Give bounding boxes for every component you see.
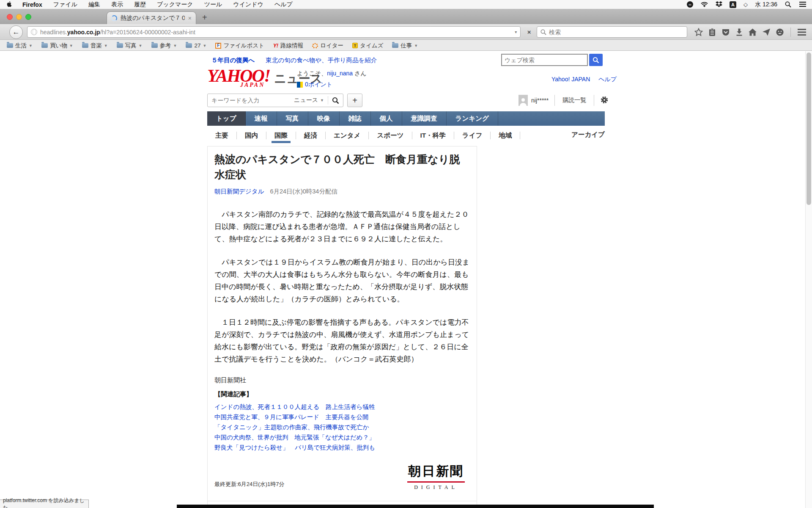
nav-tab-eizo[interactable]: 映像	[308, 111, 340, 126]
account-user[interactable]: nij*****	[513, 95, 554, 106]
nav-tab-top[interactable]: トップ	[207, 111, 246, 126]
creative-cloud-icon[interactable]: ∞	[686, 1, 694, 8]
dropbox-icon[interactable]	[715, 1, 722, 8]
category-nav: 主要 国内 国際 経済 エンタメ スポーツ IT・科学 ライフ 地域 アーカイブ	[207, 128, 605, 143]
alfred-icon[interactable]: ◇	[743, 1, 748, 8]
subnav-chiiki[interactable]: 地域	[491, 132, 520, 139]
share-icon[interactable]	[762, 28, 771, 36]
bookmark-times[interactable]: Tタイムズ	[352, 42, 383, 50]
search-scope-dropdown[interactable]: ニュース▼	[294, 97, 324, 104]
bookmark-rosen[interactable]: Y!路線情報	[273, 42, 303, 50]
nav-tab-ranking[interactable]: ランキング	[447, 111, 498, 126]
bookmark-folder-27[interactable]: 27▼	[186, 42, 206, 49]
url-dropdown-icon[interactable]: ▾	[515, 30, 517, 34]
bookmark-folder-sanko[interactable]: 参考▼	[151, 42, 177, 50]
scrollbar-thumb[interactable]	[807, 52, 811, 205]
menu-bookmarks[interactable]: ブックマーク	[151, 1, 199, 8]
menu-window[interactable]: ウインドウ	[228, 1, 269, 8]
subnav-life[interactable]: ライフ	[454, 132, 491, 139]
subnav-kokunai[interactable]: 国内	[237, 132, 266, 139]
bookmark-folder-shashin[interactable]: 写真▼	[117, 42, 143, 50]
subnav-entame[interactable]: エンタメ	[326, 132, 369, 139]
feedback-smiley-icon[interactable]	[775, 28, 784, 36]
bookmark-folder-ongaku[interactable]: 音楽▼	[82, 42, 108, 50]
article-source-link[interactable]: 朝日新聞デジタル	[214, 188, 264, 195]
site-identity-globe-icon[interactable]	[31, 29, 37, 35]
related-article-link[interactable]: インドの熱波、死者１１００人超える 路上生活者ら犠牲	[214, 403, 375, 410]
news-search-button[interactable]	[332, 97, 339, 104]
nav-tab-zasshi[interactable]: 雑誌	[340, 111, 371, 126]
tab-close-icon[interactable]: ×	[188, 15, 192, 21]
subnav-it-kagaku[interactable]: IT・科学	[412, 132, 454, 139]
subnav-shuyo[interactable]: 主要	[207, 132, 237, 139]
subnav-keizai[interactable]: 経済	[296, 132, 326, 139]
menubar-clock[interactable]: 水 12:36	[755, 1, 777, 8]
search-bar[interactable]	[537, 26, 687, 38]
input-method-icon[interactable]: A	[730, 1, 736, 8]
bookmark-filepost[interactable]: Fファイルポスト	[215, 42, 264, 50]
chevron-down-icon: ▼	[173, 44, 177, 48]
menu-history[interactable]: 履歴	[129, 1, 151, 8]
back-button[interactable]: ←	[9, 25, 23, 39]
menu-help[interactable]: ヘルプ	[269, 1, 298, 8]
stop-button[interactable]: ×	[524, 27, 534, 37]
promo-link-strong[interactable]: ５年目の復興へ	[211, 57, 255, 64]
related-article-link[interactable]: 中国共産党と軍、９月に軍事パレード 主要兵器を公開	[214, 414, 369, 420]
related-article-link[interactable]: 野良犬「見つけたら殺せ」 バリ島で狂犬病対策、批判も	[214, 444, 375, 451]
bookmark-folder-kaimono[interactable]: 買い物▼	[41, 42, 73, 50]
menu-file[interactable]: ファイル	[48, 1, 83, 8]
browser-tab[interactable]: 熱波のパキスタンで７００... ×	[107, 11, 196, 24]
reading-list-icon[interactable]	[708, 28, 716, 36]
settings-gear-icon[interactable]	[594, 96, 610, 105]
nav-tab-shashin[interactable]: 写真	[277, 111, 308, 126]
downloads-icon[interactable]	[735, 28, 743, 36]
hamburger-menu-icon[interactable]	[797, 28, 806, 36]
welcome-prefix: ようこそ、	[297, 70, 327, 77]
asahi-digital-logo[interactable]: 朝日新聞 DIGITAL	[407, 463, 465, 491]
subnav-kokusai[interactable]: 国際	[266, 132, 296, 139]
promo-link[interactable]: 東北の旬の食べ物や、手作り商品を紹介	[266, 57, 377, 64]
menu-edit[interactable]: 編集	[83, 1, 106, 8]
menu-firefox[interactable]: Firefox	[17, 1, 48, 8]
points-link[interactable]: 0ポイント	[305, 81, 332, 88]
username-link[interactable]: niju_nana	[327, 70, 353, 77]
subscriptions-link[interactable]: 購読一覧	[555, 97, 594, 104]
web-search-input[interactable]	[501, 54, 588, 66]
article-paragraph: パキスタン南部のカラチで、記録的な熱波で最高気温が４５度を超えた２０日以降、病院…	[214, 208, 470, 245]
tab-strip: 熱波のパキスタンで７００... × +	[0, 9, 812, 24]
filepost-favicon: F	[215, 43, 221, 49]
url-input[interactable]: headlines.yahoo.co.jp/hl?a=20150624-0000…	[27, 26, 521, 38]
news-search-box[interactable]: ニュース▼	[207, 94, 343, 107]
nav-tab-ishikichosa[interactable]: 意識調査	[402, 111, 447, 126]
search-input[interactable]	[549, 29, 683, 36]
help-link[interactable]: ヘルプ	[598, 76, 617, 83]
apple-menu-icon[interactable]	[0, 1, 17, 8]
yahoo-japan-link[interactable]: Yahoo! JAPAN	[551, 76, 590, 83]
bookmark-folder-seikatsu[interactable]: 生活▼	[7, 42, 33, 50]
list-item: 「タイタニック」主題歌の作曲家、飛行機事故で死亡か	[214, 422, 470, 432]
menu-tools[interactable]: ツール	[199, 1, 228, 8]
notification-center-icon[interactable]	[799, 1, 806, 8]
nav-tab-kojin[interactable]: 個人	[371, 111, 402, 126]
web-search-button[interactable]	[589, 54, 603, 66]
archive-link[interactable]: アーカイブ	[571, 130, 605, 139]
menu-view[interactable]: 表示	[106, 1, 129, 8]
related-article-link[interactable]: 「タイタニック」主題歌の作曲家、飛行機事故で死亡か	[214, 424, 369, 431]
bookmark-reuters[interactable]: ロイター	[312, 42, 343, 50]
zoom-window-button[interactable]	[25, 14, 31, 20]
minimize-window-button[interactable]	[16, 14, 22, 20]
related-article-link[interactable]: 中国の犬肉祭、世界が批判 地元緊張「なぜ犬はだめ？」	[214, 434, 375, 441]
close-window-button[interactable]	[7, 14, 13, 20]
spotlight-icon[interactable]	[785, 1, 792, 8]
subnav-sports[interactable]: スポーツ	[369, 132, 412, 139]
pocket-icon[interactable]	[721, 28, 730, 36]
news-search-input[interactable]	[211, 97, 294, 104]
new-tab-button[interactable]: +	[202, 13, 207, 22]
wifi-icon[interactable]	[701, 1, 708, 8]
add-theme-button[interactable]: +	[347, 94, 362, 107]
nav-tab-sokuho[interactable]: 速報	[246, 111, 277, 126]
bookmark-star-icon[interactable]	[694, 28, 703, 36]
bookmark-folder-shigoto[interactable]: 仕事▼	[392, 42, 418, 50]
scrollbar[interactable]	[805, 51, 812, 508]
home-icon[interactable]	[748, 28, 757, 36]
